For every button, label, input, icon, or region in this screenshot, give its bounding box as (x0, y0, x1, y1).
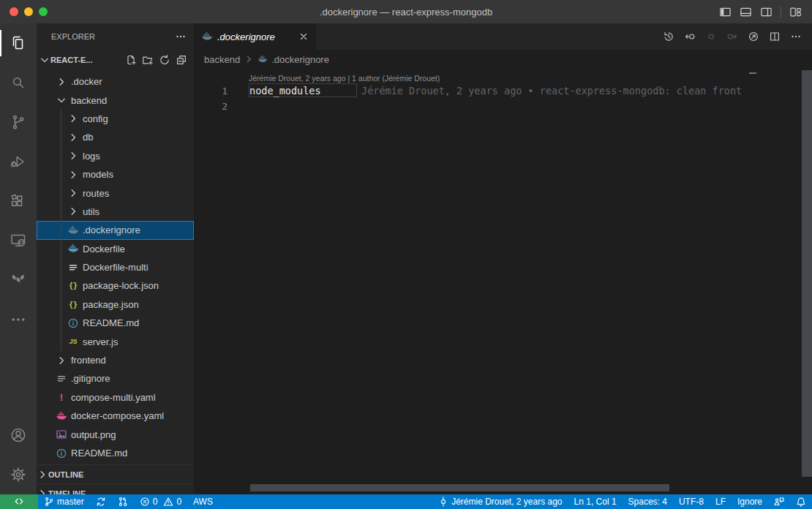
collapse-all-icon[interactable] (176, 54, 187, 66)
status-item-language-mode[interactable]: Ignore (732, 494, 768, 509)
activity-item-search[interactable] (0, 63, 37, 102)
close-window-button[interactable] (10, 7, 18, 16)
activity-item-settings[interactable] (0, 455, 37, 494)
tree-item-label: config (83, 113, 108, 124)
tree-item--docker[interactable]: .docker (37, 72, 194, 91)
warning-count: 0 (176, 497, 181, 507)
new-file-icon[interactable] (125, 54, 137, 66)
status-item-cursor-position[interactable]: Ln 1, Col 1 (568, 494, 623, 509)
tree-item-label: routes (83, 188, 109, 199)
editor-action-change-indicator[interactable] (702, 28, 720, 45)
status-item-gitlens-pull-requests[interactable] (112, 494, 134, 509)
tree-item-frontend[interactable]: frontend (37, 351, 194, 369)
minimap[interactable] (746, 69, 802, 494)
code-line-2[interactable]: 2 (194, 99, 746, 114)
tree-item-label: compose-multi.yaml (71, 392, 156, 403)
tab-bar: .dockerignore (194, 23, 812, 50)
search-icon (10, 74, 27, 91)
chevron-right-icon (67, 169, 79, 181)
horizontal-scrollbar[interactable] (250, 484, 669, 491)
tab-dockerignore[interactable]: .dockerignore (194, 23, 316, 50)
tree-item-readme-md[interactable]: README.md (37, 444, 194, 462)
commit-icon (438, 497, 448, 507)
workspace-name: REACT-E... (50, 56, 92, 64)
close-tab-icon[interactable] (298, 31, 309, 42)
layout-sidebar-right-icon[interactable] (760, 6, 772, 18)
activity-item-remote-explorer[interactable] (0, 221, 37, 260)
lines-icon (67, 262, 79, 274)
status-item-sync-changes[interactable] (90, 494, 112, 509)
status-item-feedback[interactable] (768, 494, 790, 509)
status-item-indentation[interactable]: Spaces: 4 (623, 494, 673, 509)
breadcrumb-label: backend (204, 54, 240, 65)
timeline-section-header[interactable]: TIMELINE (37, 483, 194, 494)
activity-item-explorer[interactable] (0, 23, 37, 63)
docker-icon (201, 31, 213, 42)
editor-action-timeline-history[interactable] (660, 28, 677, 45)
status-item-problems[interactable]: 00 (134, 494, 187, 509)
activity-item-run-debug[interactable] (0, 142, 37, 181)
sync-icon (96, 497, 106, 507)
status-item-notifications[interactable] (790, 494, 812, 509)
source-control-icon (10, 113, 27, 131)
code-line-1[interactable]: 1node_modulesJérémie Drouet, 2 years ago… (194, 83, 746, 99)
tree-item-label: .dockerignore (83, 225, 140, 235)
lines-icon (56, 373, 67, 385)
minimize-window-button[interactable] (24, 7, 33, 16)
tree-item-compose-multi-yaml[interactable]: !compose-multi.yaml (37, 388, 194, 407)
refresh-icon[interactable] (159, 54, 170, 66)
breadcrumb-item--dockerignore[interactable]: .dockerignore (257, 54, 329, 65)
status-bar-left: master00AWS (0, 494, 219, 509)
docker-icon (67, 243, 79, 254)
status-item-gitlens-blame[interactable]: Jérémie Drouet, 2 years ago (432, 494, 568, 509)
status-item-encoding[interactable]: UTF-8 (673, 494, 710, 509)
next-change-icon (726, 31, 738, 42)
tree-item-docker-compose-yaml[interactable]: docker-compose.yaml (37, 407, 194, 425)
tree-item-backend[interactable]: backend (37, 91, 194, 109)
tree-item-output-png[interactable]: output.png (37, 425, 194, 443)
chevron-right-icon (56, 76, 67, 88)
layout-customize-icon[interactable] (789, 6, 802, 18)
editor-action-next-change[interactable] (723, 28, 741, 45)
codelens-blame[interactable]: Jérémie Drouet, 2 years ago | 1 author (… (249, 73, 746, 83)
editor-action-previous-change[interactable] (681, 28, 699, 45)
status-item-aws-profile[interactable]: AWS (187, 494, 219, 509)
tree-item-label: README.md (83, 317, 139, 328)
status-item-label: Ln 1, Col 1 (574, 497, 617, 507)
activity-item-more[interactable] (0, 300, 37, 339)
editor-action-split-editor[interactable] (766, 28, 783, 45)
workspace-section-header[interactable]: REACT-E... (37, 50, 194, 70)
gear-icon (10, 466, 27, 483)
ellipsis-icon[interactable] (175, 31, 187, 42)
tree-item--gitignore[interactable]: .gitignore (37, 369, 194, 388)
status-item-remote-indicator[interactable] (0, 494, 38, 509)
new-folder-icon[interactable] (142, 54, 154, 66)
activity-item-extensions[interactable] (0, 181, 37, 221)
docker-whale-icon (201, 31, 213, 42)
activity-bar-bottom (0, 415, 37, 494)
status-item-git-branch[interactable]: master (38, 494, 90, 509)
layout-sidebar-left-icon[interactable] (719, 6, 732, 18)
editor-action-more-actions[interactable] (787, 28, 805, 45)
status-item-eol[interactable]: LF (710, 494, 732, 509)
titlebar: .dockerignore — react-express-mongodb (0, 0, 812, 23)
titlebar-layout-controls (719, 6, 812, 18)
info-icon (67, 317, 79, 329)
zoom-window-button[interactable] (39, 7, 48, 16)
activity-item-accounts[interactable] (0, 415, 37, 455)
layout-panel-icon[interactable] (740, 6, 752, 18)
editor-body[interactable]: Jérémie Drouet, 2 years ago | 1 author (… (194, 69, 812, 494)
outline-section-header[interactable]: OUTLINE (37, 464, 194, 483)
chevron-right-icon (37, 488, 48, 494)
workbench: EXPLORER REACT-E... .dockerbackendconfig… (0, 23, 812, 494)
activity-item-terraform[interactable] (0, 260, 37, 300)
breadcrumb-item-backend[interactable]: backend (204, 54, 240, 65)
warning-icon (163, 497, 173, 507)
vertical-scrollbar[interactable] (802, 70, 812, 477)
editor-action-open-changes[interactable] (745, 28, 762, 45)
code-area[interactable]: Jérémie Drouet, 2 years ago | 1 author (… (194, 73, 746, 114)
activity-item-source-control[interactable] (0, 102, 37, 142)
chevron-down-icon (56, 94, 67, 106)
explorer-more-actions-icon[interactable] (175, 31, 187, 42)
docker-icon (67, 225, 79, 236)
